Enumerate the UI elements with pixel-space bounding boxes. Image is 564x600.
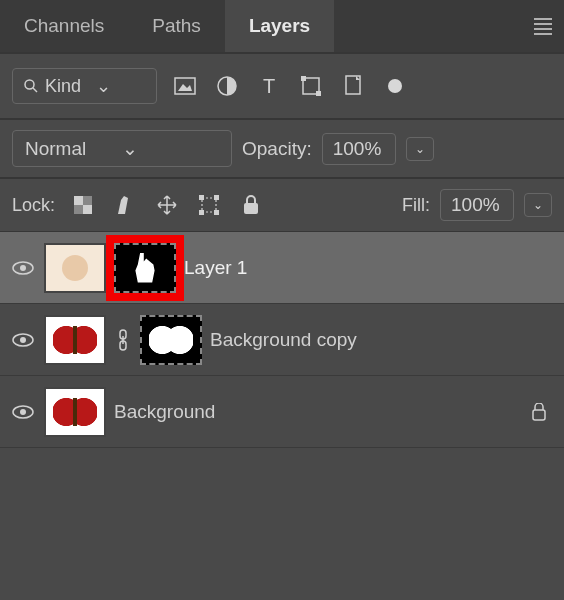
shape-layer-filter-icon[interactable] (297, 72, 325, 100)
svg-rect-19 (244, 203, 258, 214)
chevron-down-icon: ⌄ (122, 137, 219, 160)
fill-flyout[interactable]: ⌄ (524, 193, 552, 217)
lock-row: Lock: Fill: 100% ⌄ (0, 179, 564, 231)
layer-mask-thumbnail[interactable] (114, 243, 176, 293)
layer-row[interactable]: Background (0, 376, 564, 448)
fill-input[interactable]: 100% (440, 189, 514, 221)
svg-rect-12 (83, 196, 92, 205)
visibility-toggle[interactable] (10, 404, 36, 420)
layers-list: Layer 1 Background copy Background (0, 231, 564, 448)
eye-icon (12, 332, 34, 348)
chevron-down-icon: ⌄ (96, 75, 147, 97)
svg-point-23 (20, 337, 26, 343)
svg-rect-16 (214, 195, 219, 200)
svg-rect-18 (214, 210, 219, 215)
type-layer-filter-icon[interactable]: T (255, 72, 283, 100)
blend-row: Normal ⌄ Opacity: 100% ⌄ (0, 120, 564, 177)
svg-rect-17 (199, 210, 204, 215)
kind-filter-dropdown[interactable]: Kind ⌄ (12, 68, 157, 104)
opacity-flyout[interactable]: ⌄ (406, 137, 434, 161)
layer-row[interactable]: Background copy (0, 304, 564, 376)
layer-name[interactable]: Background (114, 401, 516, 423)
lock-position-icon[interactable] (153, 191, 181, 219)
link-icon[interactable] (114, 329, 132, 351)
opacity-input[interactable]: 100% (322, 133, 396, 165)
layer-row[interactable]: Layer 1 (0, 232, 564, 304)
kind-filter-label: Kind (45, 76, 96, 97)
filter-row: Kind ⌄ T (0, 54, 564, 118)
svg-rect-10 (74, 196, 83, 205)
visibility-toggle[interactable] (10, 332, 36, 348)
blend-mode-value: Normal (25, 138, 122, 160)
svg-rect-15 (199, 195, 204, 200)
layer-thumbnail[interactable] (44, 243, 106, 293)
layer-name[interactable]: Background copy (210, 329, 554, 351)
svg-rect-14 (202, 198, 216, 212)
layer-name[interactable]: Layer 1 (184, 257, 554, 279)
layer-locked-icon (524, 403, 554, 421)
panel-menu-icon[interactable] (534, 18, 552, 35)
opacity-label: Opacity: (242, 138, 312, 160)
lock-transparency-icon[interactable] (69, 191, 97, 219)
layer-thumbnail[interactable] (44, 315, 106, 365)
chevron-down-icon: ⌄ (415, 142, 425, 156)
svg-point-28 (20, 409, 26, 415)
svg-rect-7 (301, 76, 306, 81)
tab-paths[interactable]: Paths (128, 0, 225, 52)
svg-rect-8 (316, 91, 321, 96)
adjustment-layer-filter-icon[interactable] (213, 72, 241, 100)
svg-rect-13 (74, 205, 83, 214)
svg-line-1 (33, 88, 37, 92)
layer-thumbnail[interactable] (44, 387, 106, 437)
svg-point-0 (25, 80, 34, 89)
lock-label: Lock: (12, 195, 55, 216)
lock-pixels-icon[interactable] (111, 191, 139, 219)
fill-label: Fill: (402, 195, 430, 216)
layer-mask-thumbnail[interactable] (140, 315, 202, 365)
svg-point-21 (20, 265, 26, 271)
filter-toggle-icon[interactable] (381, 72, 409, 100)
search-icon (23, 78, 39, 94)
lock-artboard-icon[interactable] (195, 191, 223, 219)
panel-tabs: Channels Paths Layers (0, 0, 564, 52)
tab-layers[interactable]: Layers (225, 0, 334, 52)
lock-all-icon[interactable] (237, 191, 265, 219)
svg-marker-3 (178, 84, 192, 91)
svg-text:T: T (263, 76, 275, 96)
smart-object-filter-icon[interactable] (339, 72, 367, 100)
pixel-layer-filter-icon[interactable] (171, 72, 199, 100)
layers-panel: Channels Paths Layers Kind ⌄ T (0, 0, 564, 600)
svg-rect-11 (83, 205, 92, 214)
chevron-down-icon: ⌄ (533, 198, 543, 212)
blend-mode-dropdown[interactable]: Normal ⌄ (12, 130, 232, 167)
visibility-toggle[interactable] (10, 260, 36, 276)
eye-icon (12, 260, 34, 276)
eye-icon (12, 404, 34, 420)
svg-rect-29 (533, 410, 545, 420)
tab-channels[interactable]: Channels (0, 0, 128, 52)
